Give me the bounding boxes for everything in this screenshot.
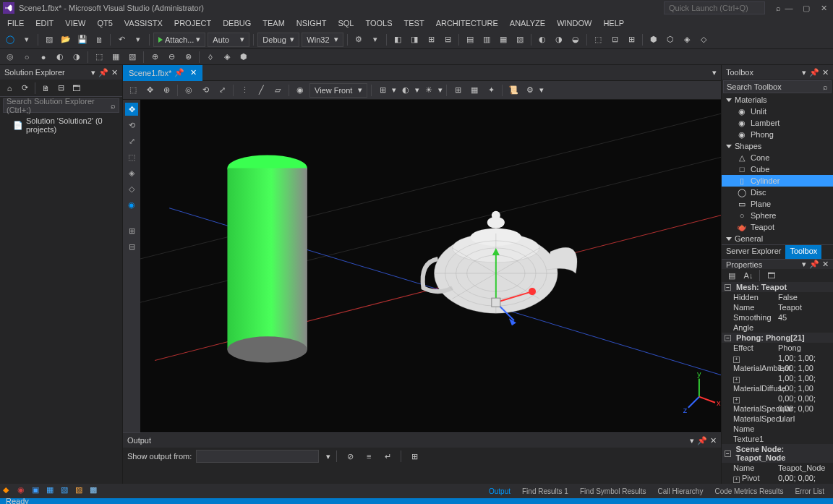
properties-icon[interactable]: 🗔 <box>69 82 82 95</box>
tb-icon-19[interactable]: ◈ <box>680 33 694 47</box>
prop-row[interactable]: +MaterialSpecular0,00; 0,00; 0,00; 0,00 <box>722 393 833 414</box>
tb-icon-3[interactable]: ◧ <box>390 33 405 47</box>
solution-root-node[interactable]: 📄 Solution 'Solution2' (0 projects) <box>0 114 122 136</box>
menu-help[interactable]: HELP <box>597 17 630 29</box>
tb-icon-18[interactable]: ⬡ <box>663 33 678 47</box>
prop-pin-icon[interactable]: 📌 <box>809 260 819 269</box>
prop-menu-icon[interactable]: ▾ <box>802 260 806 269</box>
scale-gizmo-icon[interactable]: ⤢ <box>125 134 138 148</box>
face-icon[interactable]: ▱ <box>270 83 285 98</box>
panel-menu-icon[interactable]: ▾ <box>91 68 95 77</box>
prop-row[interactable]: MaterialSpecularI1 <box>722 414 833 424</box>
prop-row[interactable]: +MaterialDiffuse1,00; 1,00; 1,00; 1,00 <box>722 373 833 393</box>
zoom-tool-icon[interactable]: ⊕ <box>159 83 174 98</box>
stb-icon-4[interactable]: ◐ <box>53 50 67 64</box>
bottom-tab-call-hierarchy[interactable]: Call Hierarchy <box>652 486 709 497</box>
snap-icon[interactable]: ▦ <box>467 83 482 98</box>
nav-back-icon[interactable]: ◯ <box>3 33 17 47</box>
bottom-tab-find-symbol-results[interactable]: Find Symbol Results <box>574 486 652 497</box>
menu-sql[interactable]: SQL <box>332 17 359 29</box>
pin-icon[interactable]: 📌 <box>98 68 108 77</box>
doc-tab-scene1[interactable]: Scene1.fbx* 📌 ✕ <box>123 65 202 81</box>
maximize-button[interactable]: ▢ <box>803 4 810 12</box>
open-icon[interactable]: 📂 <box>59 33 73 47</box>
stb-icon-9[interactable]: ⊕ <box>148 50 162 64</box>
out-menu-icon[interactable]: ▾ <box>690 436 694 445</box>
menu-analyze[interactable]: ANALYZE <box>504 17 551 29</box>
tb-icon-14[interactable]: ⬚ <box>591 33 605 47</box>
tray-icon-2[interactable]: ◉ <box>17 485 29 497</box>
alphabetical-icon[interactable]: A↓ <box>741 268 756 283</box>
prop-section[interactable]: −Scene Node: Teapot_Node <box>722 444 833 463</box>
stb-icon-10[interactable]: ⊖ <box>164 50 179 64</box>
shade-icon[interactable]: ◐ <box>398 83 413 98</box>
tb-icon-4[interactable]: ◨ <box>407 33 422 47</box>
settings-icon[interactable]: ⚙ <box>523 83 537 98</box>
toolbox-item-plane[interactable]: ▭Plane <box>722 198 833 210</box>
toolbox-item-cylinder[interactable]: ▯Cylinder <box>722 175 833 187</box>
teapot-object[interactable] <box>423 211 577 326</box>
tray-icon-1[interactable]: ◆ <box>3 485 14 497</box>
extra1-icon[interactable]: ⊞ <box>125 224 138 237</box>
tray-icon-4[interactable]: ▦ <box>46 485 58 497</box>
prop-row[interactable]: HiddenFalse <box>722 292 833 302</box>
pan-tool-icon[interactable]: ✥ <box>142 83 157 98</box>
tb-icon-17[interactable]: ⬢ <box>646 33 661 47</box>
stb-icon-7[interactable]: ▦ <box>108 50 123 64</box>
camera-icon[interactable]: ◉ <box>125 198 138 211</box>
toolbox-group-shapes[interactable]: Shapes <box>722 140 833 152</box>
quick-launch-input[interactable] <box>664 1 765 14</box>
attach-button[interactable]: Attach... ▾ <box>153 33 205 47</box>
prop-close-icon[interactable]: ✕ <box>822 260 829 269</box>
tray-icon-6[interactable]: ▨ <box>75 485 87 497</box>
menu-vassistx[interactable]: VASSISTX <box>119 17 168 29</box>
tb-icon-20[interactable]: ◇ <box>696 33 711 47</box>
prop-row[interactable]: NameTeapot_Node <box>722 463 833 473</box>
prop-row[interactable]: EffectPhong <box>722 343 833 353</box>
bottom-tab-code-metrics-results[interactable]: Code Metrics Results <box>709 486 789 497</box>
tb-icon-16[interactable]: ⊞ <box>624 33 638 47</box>
build-config-dropdown[interactable]: Debug▾ <box>257 33 299 47</box>
cylinder-object[interactable] <box>227 155 307 362</box>
tb-icon-7[interactable]: ▤ <box>463 33 477 47</box>
save-icon[interactable]: 💾 <box>75 33 90 47</box>
prop-row[interactable]: +MaterialAmbient1,00; 1,00; 1,00; 1,00 <box>722 353 833 373</box>
out-clear-icon[interactable]: ⊘ <box>343 449 357 464</box>
out-toggle-icon[interactable]: ≡ <box>362 449 376 464</box>
menu-architecture[interactable]: ARCHITECTURE <box>430 17 504 29</box>
prop-section[interactable]: −Mesh: Teapot <box>722 282 833 292</box>
move-gizmo-icon[interactable]: ✥ <box>125 103 138 116</box>
close-tab-icon[interactable]: ✕ <box>190 68 197 77</box>
prop-row[interactable]: Texture1 <box>722 434 833 444</box>
local-icon[interactable]: ◈ <box>125 166 138 179</box>
menu-qt5[interactable]: QT5 <box>91 17 118 29</box>
view-dropdown[interactable]: View Front▾ <box>309 83 367 98</box>
nav-fwd-icon[interactable]: ▾ <box>20 33 34 47</box>
tbx-pin-icon[interactable]: 📌 <box>809 68 819 77</box>
bottom-tab-error-list[interactable]: Error List <box>789 486 830 497</box>
new-icon[interactable]: ▨ <box>42 33 56 47</box>
tabs-menu-icon[interactable]: ▾ <box>708 68 721 77</box>
menu-project[interactable]: PROJECT <box>168 17 217 29</box>
bottom-tab-output[interactable]: Output <box>483 486 516 497</box>
out-find-icon[interactable]: ⊞ <box>407 449 422 464</box>
prop-row[interactable]: Name <box>722 424 833 434</box>
tb-icon-5[interactable]: ⊞ <box>424 33 438 47</box>
close-button[interactable]: ✕ <box>820 4 827 12</box>
menu-debug[interactable]: DEBUG <box>217 17 257 29</box>
out-close-icon[interactable]: ✕ <box>710 436 717 445</box>
tb-icon-11[interactable]: ◐ <box>535 33 550 47</box>
undo-icon[interactable]: ↶ <box>114 33 129 47</box>
stb-icon-6[interactable]: ⬚ <box>92 50 106 64</box>
wire-icon[interactable]: ⊞ <box>375 83 390 98</box>
out-wrap-icon[interactable]: ↵ <box>380 449 395 464</box>
menu-window[interactable]: WINDOW <box>551 17 597 29</box>
edge-icon[interactable]: ╱ <box>254 83 268 98</box>
tab-toolbox[interactable]: Toolbox <box>785 245 821 259</box>
menu-view[interactable]: VIEW <box>59 17 91 29</box>
stb-icon-3[interactable]: ● <box>36 50 51 64</box>
menu-tools[interactable]: TOOLS <box>359 17 398 29</box>
toolbox-item-cube[interactable]: □Cube <box>722 163 833 175</box>
stb-icon-12[interactable]: ◊ <box>203 50 218 64</box>
output-source-dropdown[interactable] <box>196 450 319 463</box>
